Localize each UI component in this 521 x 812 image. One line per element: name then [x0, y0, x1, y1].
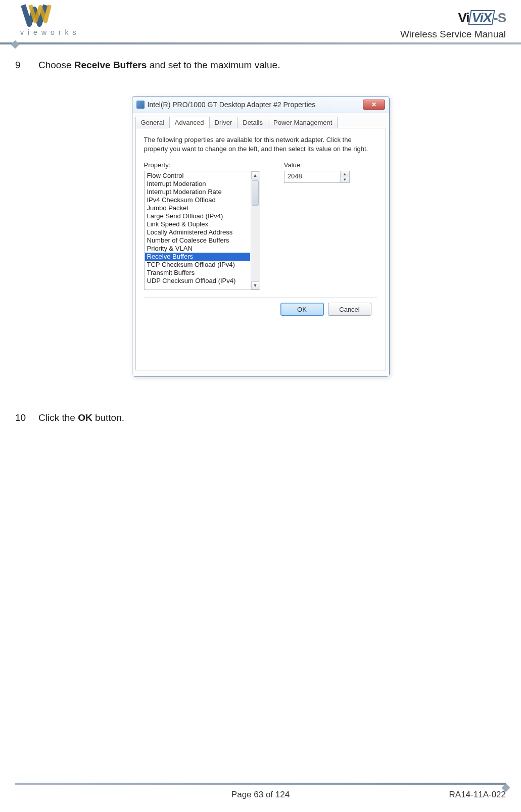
- step-text-post: button.: [92, 412, 124, 423]
- step-text-bold: OK: [78, 412, 92, 423]
- value-label: Value:: [284, 161, 377, 169]
- tab-panel-advanced: The following properties are available f…: [135, 128, 386, 370]
- close-button[interactable]: ✕: [363, 100, 385, 110]
- page-footer: Page 63 of 124 RA14-11A-022: [15, 783, 506, 800]
- list-item[interactable]: Large Send Offload (IPv4): [145, 212, 250, 220]
- tab-power-management[interactable]: Power Management: [268, 117, 338, 128]
- dialog-title-text: Intel(R) PRO/1000 GT Desktop Adapter #2 …: [148, 101, 316, 109]
- tab-strip: General Advanced Driver Details Power Ma…: [135, 116, 386, 128]
- list-item[interactable]: Jumbo Packet: [145, 204, 250, 212]
- list-item[interactable]: Locally Administered Address: [145, 228, 250, 236]
- list-item[interactable]: IPv4 Checksum Offload: [145, 196, 250, 204]
- step-10: 10 Click the OK button.: [15, 412, 506, 423]
- panel-description: The following properties are available f…: [144, 135, 377, 153]
- list-item[interactable]: TCP Checksum Offload (IPv4): [145, 261, 250, 269]
- page-header: vieworks ViViX-S Wireless Service Manual: [0, 0, 521, 44]
- step-number: 10: [15, 412, 38, 423]
- step-text: Choose Receive Buffers and set to the ma…: [38, 60, 280, 71]
- step-text: Click the OK button.: [38, 412, 124, 423]
- list-item[interactable]: Priority & VLAN: [145, 245, 250, 253]
- spinner-down-button[interactable]: ▼: [341, 177, 349, 183]
- page-content: 9 Choose Receive Buffers and set to the …: [0, 44, 521, 423]
- dialog-titlebar[interactable]: Intel(R) PRO/1000 GT Desktop Adapter #2 …: [132, 97, 389, 113]
- step-number: 9: [15, 60, 38, 71]
- list-item[interactable]: UDP Checksum Offload (IPv4): [145, 277, 250, 285]
- list-item[interactable]: Link Speed & Duplex: [145, 220, 250, 228]
- header-subtitle: Wireless Service Manual: [400, 29, 506, 40]
- tab-advanced[interactable]: Advanced: [169, 117, 210, 128]
- step-9: 9 Choose Receive Buffers and set to the …: [15, 60, 506, 71]
- dialog-title: Intel(R) PRO/1000 GT Desktop Adapter #2 …: [136, 101, 316, 109]
- tab-general[interactable]: General: [135, 117, 170, 128]
- product-name-box: ViX: [468, 10, 495, 25]
- spinner-up-button[interactable]: ▲: [341, 171, 349, 177]
- brand-logo: vieworks: [20, 4, 80, 36]
- tab-driver[interactable]: Driver: [209, 117, 238, 128]
- logo-w-icon: [20, 4, 52, 27]
- product-name-suffix: -S: [494, 10, 506, 25]
- list-item[interactable]: Number of Coalesce Buffers: [145, 236, 250, 245]
- list-item[interactable]: Transmit Buffers: [145, 269, 250, 277]
- list-item[interactable]: Interrupt Moderation Rate: [145, 188, 250, 196]
- value-spinner[interactable]: 2048 ▲ ▼: [284, 171, 350, 183]
- dialog-footer: OK Cancel: [144, 297, 377, 319]
- value-field[interactable]: 2048: [285, 171, 340, 182]
- scroll-up-button[interactable]: ▲: [251, 171, 259, 179]
- step-text-pre: Choose: [38, 60, 74, 70]
- brand-name: vieworks: [20, 28, 80, 36]
- step-text-post: and set to the maximum value.: [147, 60, 280, 70]
- close-icon: ✕: [371, 101, 376, 108]
- property-label: Property:: [144, 161, 264, 169]
- step-text-pre: Click the: [38, 412, 78, 423]
- header-right: ViViX-S Wireless Service Manual: [400, 10, 506, 40]
- dialog-figure: Intel(R) PRO/1000 GT Desktop Adapter #2 …: [15, 96, 506, 377]
- cancel-button[interactable]: Cancel: [328, 303, 371, 316]
- property-label-text: roperty:: [148, 161, 170, 169]
- product-logo: ViViX-S: [400, 10, 506, 26]
- list-item[interactable]: Receive Buffers: [145, 253, 250, 261]
- scroll-down-button[interactable]: ▼: [251, 281, 259, 290]
- list-item[interactable]: Flow Control: [145, 172, 250, 180]
- property-listbox[interactable]: Flow ControlInterrupt ModerationInterrup…: [144, 171, 260, 290]
- ok-button[interactable]: OK: [280, 303, 324, 316]
- scroll-thumb[interactable]: [252, 180, 259, 206]
- value-label-text: alue:: [288, 161, 302, 169]
- list-item[interactable]: Interrupt Moderation: [145, 180, 250, 188]
- properties-dialog: Intel(R) PRO/1000 GT Desktop Adapter #2 …: [132, 96, 390, 377]
- product-name-prefix: Vi: [458, 10, 469, 25]
- tab-details[interactable]: Details: [237, 117, 268, 128]
- scrollbar[interactable]: ▲ ▼: [251, 171, 260, 290]
- step-text-bold: Receive Buffers: [74, 60, 147, 70]
- dialog-body: General Advanced Driver Details Power Ma…: [132, 113, 389, 376]
- page-number: Page 63 of 124: [231, 790, 290, 800]
- spinner-buttons: ▲ ▼: [340, 171, 349, 182]
- adapter-icon: [136, 101, 145, 109]
- document-id: RA14-11A-022: [449, 790, 506, 800]
